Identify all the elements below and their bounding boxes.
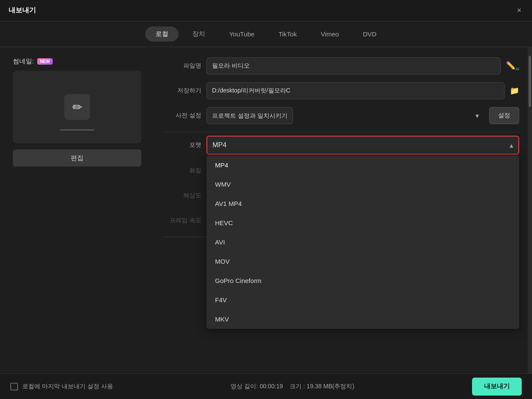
thumbnail-text: 썸네일: <box>13 57 34 66</box>
footer: 로컬에 마지막 내보내기 설정 사용 영상 길이: 00:00:19 크기 : … <box>0 373 532 399</box>
save-label: 저장하기 <box>163 87 201 95</box>
format-chevron-icon: ▴ <box>510 141 513 149</box>
dropdown-item-mov[interactable]: MOV <box>206 252 519 271</box>
format-select-box[interactable]: MP4 ▴ <box>206 136 519 155</box>
format-label: 포맷 <box>163 141 201 149</box>
dropdown-item-gopro[interactable]: GoPro Cineform <box>206 271 519 290</box>
edit-thumbnail-button[interactable]: 편집 <box>13 149 141 167</box>
footer-checkbox-label: 로컬에 마지막 내보내기 설정 사용 <box>22 383 113 390</box>
format-value: MP4 <box>212 141 227 149</box>
dropdown-item-mkv[interactable]: MKV <box>206 310 519 329</box>
thumbnail-icon <box>64 94 90 120</box>
save-location-row: 저장하기 📁 <box>163 82 519 99</box>
framerate-label: 프레임 속도 <box>163 217 201 224</box>
format-row: 포맷 MP4 ▴ MP4 WMV AV1 MP4 HEVC AVI MOV Go… <box>163 136 519 155</box>
left-panel: 썸네일: NEW 편집 <box>13 57 150 363</box>
resolution-label: 해상도 <box>163 192 201 200</box>
close-button[interactable]: × <box>515 6 523 15</box>
dropdown-item-mp4[interactable]: MP4 <box>206 155 519 175</box>
divider-1 <box>163 132 519 132</box>
folder-icon[interactable]: 📁 <box>510 86 519 95</box>
format-select-wrapper: MP4 ▴ MP4 WMV AV1 MP4 HEVC AVI MOV GoPro… <box>206 136 519 155</box>
window-title: 내보내기 <box>9 6 36 15</box>
tab-dvd[interactable]: DVD <box>353 27 387 41</box>
filename-input[interactable] <box>206 57 501 74</box>
thumbnail-preview <box>13 71 141 143</box>
dropdown-item-f4v[interactable]: F4V <box>206 290 519 310</box>
export-button[interactable]: 내보내기 <box>472 378 522 396</box>
tab-local[interactable]: 로컬 <box>145 27 179 42</box>
thumbnail-line <box>60 129 94 131</box>
preset-chevron-icon: ▾ <box>475 112 479 120</box>
format-dropdown: MP4 WMV AV1 MP4 HEVC AVI MOV GoPro Cinef… <box>206 155 519 329</box>
dropdown-item-hevc[interactable]: HEVC <box>206 213 519 232</box>
filename-row: 파일명 ✏️AI <box>163 57 519 74</box>
save-path-input[interactable] <box>206 82 505 99</box>
dropdown-item-wmv[interactable]: WMV <box>206 175 519 194</box>
new-badge: NEW <box>37 58 52 65</box>
quality-label: 화질 <box>163 167 201 175</box>
footer-center: 영상 길이: 00:00:19 크기 : 19.38 MB(추정치) <box>230 383 354 390</box>
tab-tiktok[interactable]: TikTok <box>268 27 307 41</box>
preset-select-wrapper: 프로젝트 설정과 일치시키기 ▾ <box>206 107 484 124</box>
scrollbar-thumb <box>529 56 531 107</box>
scrollbar[interactable] <box>528 47 532 373</box>
preset-row: 사전 설정 프로젝트 설정과 일치시키기 ▾ 설정 <box>163 107 519 124</box>
tab-vimeo[interactable]: Vimeo <box>311 27 349 41</box>
tab-bar: 로컬 장치 YouTube TikTok Vimeo DVD <box>0 21 532 47</box>
footer-duration-label: 영상 길이: <box>230 383 258 390</box>
thumbnail-label: 썸네일: NEW <box>13 57 150 66</box>
dropdown-item-avi[interactable]: AVI <box>206 232 519 252</box>
preset-label: 사전 설정 <box>163 112 201 119</box>
tab-youtube[interactable]: YouTube <box>219 27 265 41</box>
footer-size-label: 크기 : 19.38 MB(추정치) <box>290 383 354 390</box>
settings-button[interactable]: 설정 <box>489 107 519 124</box>
preset-select[interactable]: 프로젝트 설정과 일치시키기 <box>206 107 293 124</box>
ai-icon[interactable]: ✏️AI <box>506 61 519 71</box>
footer-duration-value: 00:00:19 <box>260 383 283 390</box>
footer-checkbox[interactable] <box>10 383 18 390</box>
footer-left: 로컬에 마지막 내보내기 설정 사용 <box>10 383 113 390</box>
right-panel: 파일명 ✏️AI 저장하기 📁 사전 설정 프로젝트 설정과 일치시키기 ▾ 설… <box>163 57 519 363</box>
title-bar: 내보내기 × <box>0 0 532 21</box>
filename-label: 파일명 <box>163 62 201 70</box>
dropdown-item-av1mp4[interactable]: AV1 MP4 <box>206 194 519 213</box>
tab-device[interactable]: 장치 <box>182 27 215 42</box>
main-content: 썸네일: NEW 편집 파일명 ✏️AI 저장하기 📁 사전 설정 프로젝 <box>0 47 532 373</box>
